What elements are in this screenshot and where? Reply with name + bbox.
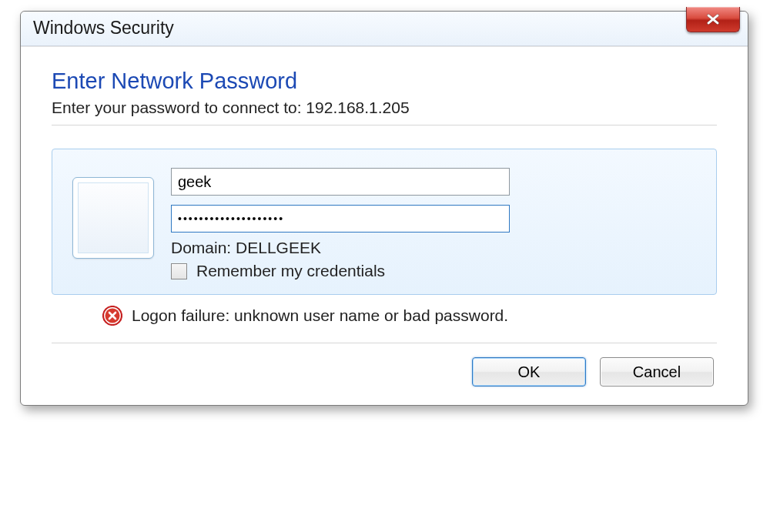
close-icon bbox=[706, 14, 720, 25]
ok-button[interactable]: OK bbox=[472, 357, 586, 386]
error-icon bbox=[102, 306, 122, 326]
username-input[interactable] bbox=[171, 168, 510, 196]
error-row: Logon failure: unknown user name or bad … bbox=[102, 306, 717, 326]
security-dialog: Windows Security Enter Network Password … bbox=[20, 11, 748, 406]
credentials-fields: Domain: DELLGEEK Remember my credentials bbox=[171, 168, 696, 280]
remember-row[interactable]: Remember my credentials bbox=[171, 262, 696, 280]
dialog-subheading: Enter your password to connect to: 192.1… bbox=[52, 99, 717, 117]
remember-checkbox[interactable] bbox=[171, 263, 187, 279]
error-message: Logon failure: unknown user name or bad … bbox=[132, 306, 508, 325]
button-row: OK Cancel bbox=[52, 357, 717, 386]
divider bbox=[52, 125, 717, 125]
titlebar: Windows Security bbox=[21, 12, 748, 46]
divider-bottom bbox=[52, 343, 717, 343]
dialog-client-area: Enter Network Password Enter your passwo… bbox=[21, 46, 748, 405]
close-button[interactable] bbox=[686, 7, 740, 32]
cancel-button[interactable]: Cancel bbox=[600, 357, 714, 386]
user-avatar bbox=[72, 177, 154, 259]
remember-label: Remember my credentials bbox=[196, 262, 385, 280]
window-title: Windows Security bbox=[33, 18, 174, 38]
dialog-heading: Enter Network Password bbox=[52, 69, 717, 94]
password-input[interactable] bbox=[171, 205, 510, 233]
credentials-panel: Domain: DELLGEEK Remember my credentials bbox=[52, 149, 717, 295]
domain-label: Domain: DELLGEEK bbox=[171, 239, 696, 257]
